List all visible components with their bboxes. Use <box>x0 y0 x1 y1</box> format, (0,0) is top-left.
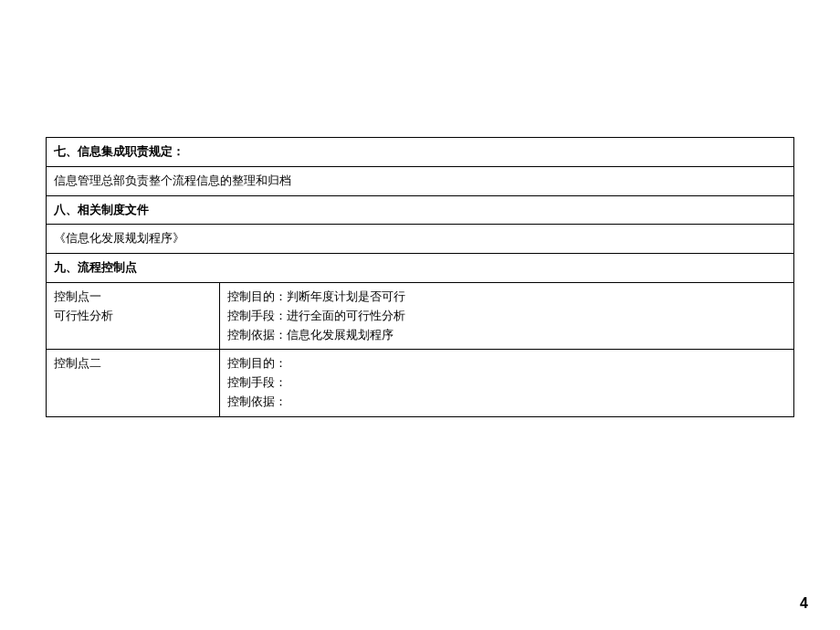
control-point-2-right: 控制目的： 控制手段： 控制依据： <box>220 350 794 416</box>
section-9-header: 九、流程控制点 <box>47 254 794 283</box>
section-7-header: 七、信息集成职责规定： <box>47 138 794 167</box>
form-table: 七、信息集成职责规定： 信息管理总部负责整个流程信息的整理和归档 八、相关制度文… <box>46 137 794 417</box>
control-point-1-right: 控制目的：判断年度计划是否可行 控制手段：进行全面的可行性分析 控制依据：信息化… <box>220 282 794 349</box>
page-number: 4 <box>800 595 808 612</box>
section-7-content: 信息管理总部负责整个流程信息的整理和归档 <box>47 166 794 195</box>
control-point-2-left: 控制点二 <box>47 350 220 416</box>
document-page: 七、信息集成职责规定： 信息管理总部负责整个流程信息的整理和归档 八、相关制度文… <box>0 0 840 417</box>
control-point-1-left: 控制点一 可行性分析 <box>47 282 220 349</box>
section-8-header: 八、相关制度文件 <box>47 195 794 225</box>
section-8-content: 《信息化发展规划程序》 <box>47 225 794 254</box>
